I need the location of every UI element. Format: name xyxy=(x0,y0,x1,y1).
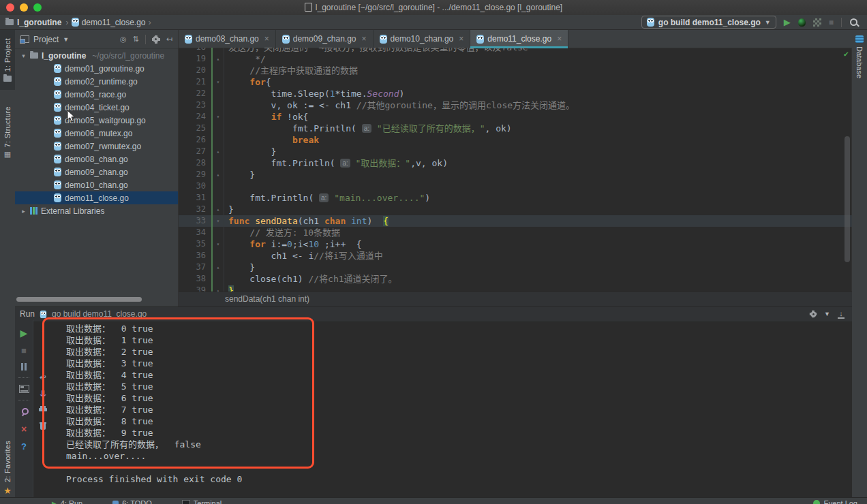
tree-file-demo04_ticket-go[interactable]: demo04_ticket.go xyxy=(15,101,178,114)
statusbar-6-TODO[interactable]: 6: TODO xyxy=(112,499,152,504)
search-everywhere-button[interactable] xyxy=(849,18,859,27)
tree-file-demo06_mutex-go[interactable]: demo06_mutex.go xyxy=(15,127,178,140)
project-panel-header: Project ▼ ◎ ⇅ ↤ xyxy=(15,30,178,49)
console-toolbar: ↑↓↩⇊ xyxy=(33,320,53,497)
help-icon[interactable]: ? xyxy=(21,442,27,451)
traffic-lights xyxy=(6,3,42,12)
editor-breadcrumb[interactable]: sendData(ch1 chan int) xyxy=(179,292,852,306)
code-token: ;i++ { xyxy=(319,239,362,249)
todo-icon xyxy=(112,501,119,504)
statusbar-Terminal[interactable]: Terminal xyxy=(182,499,222,504)
soft-wrap-icon[interactable]: ↩ xyxy=(40,373,46,381)
chevron-collapsed-icon[interactable]: ▸ xyxy=(20,208,27,215)
tree-file-demo09_chan-go[interactable]: demo09_chan.go xyxy=(15,166,178,178)
code-token: } xyxy=(228,170,255,180)
toolwindow-button-favorites[interactable]: 2: Favorites ★ xyxy=(0,433,15,496)
tree-file-demo10_chan-go[interactable]: demo10_chan.go xyxy=(15,178,178,191)
code-text: } xyxy=(224,169,255,180)
toolwindow-button-database[interactable]: Database xyxy=(852,35,867,104)
tree-file-demo02_runtime-go[interactable]: demo02_runtime.go xyxy=(15,75,178,88)
scroll-end-icon[interactable]: ⇊ xyxy=(40,390,46,398)
zoom-window-button[interactable] xyxy=(33,3,42,12)
tree-file-demo11_close-go[interactable]: demo11_close.go xyxy=(15,191,178,204)
up-icon[interactable]: ↑ xyxy=(41,328,45,336)
tree-file-demo01_goroutine-go[interactable]: demo01_goroutine.go xyxy=(15,62,178,75)
project-view-title[interactable]: Project xyxy=(33,35,59,44)
chevron-expanded-icon[interactable]: ▾ xyxy=(20,52,27,59)
code-token xyxy=(346,216,351,226)
gear-icon[interactable] xyxy=(810,311,817,318)
run-configuration-label: go build demo11_close.go xyxy=(658,18,761,27)
fold-marker-icon[interactable]: ▴ xyxy=(213,169,224,180)
code-area[interactable]: 18发送方，关闭通道的 →接收方，接收到的数据是该类型的零值，以及false19… xyxy=(179,48,852,292)
code-line: 36 ch1 <- i//将i写入通道中 xyxy=(179,250,852,262)
editor-scrollbar[interactable] xyxy=(845,136,850,262)
stop-icon[interactable]: ■ xyxy=(21,346,27,355)
chevron-down-icon[interactable]: ▼ xyxy=(63,36,69,43)
tree-file-demo07_rwmutex-go[interactable]: demo07_rwmutex.go xyxy=(15,140,178,153)
tab-demo08_chan-go[interactable]: demo08_chan.go× xyxy=(179,30,276,48)
chevron-down-icon[interactable]: ▼ xyxy=(824,311,830,317)
run-button[interactable]: ▶ xyxy=(784,18,791,27)
breadcrumb-project[interactable]: l_goroutine xyxy=(17,18,61,27)
statusbar-4-Run[interactable]: ▶4: Run xyxy=(52,499,82,504)
clear-icon[interactable] xyxy=(40,422,46,430)
statusbar-Event-Log[interactable]: Event Log xyxy=(813,499,857,504)
rerun-icon[interactable]: ▶ xyxy=(20,328,28,338)
tab-close-icon[interactable]: × xyxy=(557,34,562,44)
stop-button[interactable]: ■ xyxy=(829,18,834,27)
code-token xyxy=(249,216,255,226)
fold-marker-icon xyxy=(213,65,224,76)
tab-close-icon[interactable]: × xyxy=(459,34,463,44)
tree-root-row[interactable]: ▾l_goroutine~/go/src/l_goroutine xyxy=(15,49,178,62)
fold-marker-icon[interactable]: ▴ xyxy=(213,146,224,157)
fold-marker-icon[interactable]: ▴ xyxy=(213,285,224,292)
tree-file-label: demo08_chan.go xyxy=(65,155,128,164)
debug-button[interactable] xyxy=(798,18,806,27)
close-window-button[interactable] xyxy=(6,3,14,12)
horizontal-scrollbar[interactable] xyxy=(16,297,142,302)
inspection-ok-icon[interactable]: ✔ xyxy=(844,48,849,60)
print-icon[interactable] xyxy=(39,406,47,413)
layout-icon[interactable] xyxy=(19,385,29,393)
breadcrumb-file[interactable]: demo11_close.go xyxy=(82,18,146,27)
tab-close-icon[interactable]: × xyxy=(264,34,269,44)
run-console-output[interactable]: 取出数据： 0 true取出数据： 1 true取出数据： 2 true取出数据… xyxy=(66,320,852,497)
locate-file-icon[interactable]: ◎ xyxy=(120,35,127,43)
fold-marker-icon[interactable]: ▾ xyxy=(213,111,224,123)
tree-file-demo08_chan-go[interactable]: demo08_chan.go xyxy=(15,153,178,166)
pause-icon[interactable] xyxy=(21,363,27,371)
gear-icon[interactable] xyxy=(152,35,160,44)
code-token: ;i< xyxy=(292,239,308,249)
fold-marker-icon[interactable]: ▾ xyxy=(213,238,224,250)
minimize-window-button[interactable] xyxy=(20,3,28,12)
tab-demo10_chan-go[interactable]: demo10_chan.go× xyxy=(374,30,471,48)
run-with-coverage-button[interactable] xyxy=(813,18,821,27)
tab-demo09_chan-go[interactable]: demo09_chan.go× xyxy=(276,30,374,48)
toolwindow-button-project[interactable]: 1: Project xyxy=(0,30,15,90)
code-line: 21▾ for{ xyxy=(179,76,852,88)
code-line: 27▴ } xyxy=(179,146,852,157)
fold-marker-icon[interactable]: ▾ xyxy=(213,215,224,227)
tab-close-icon[interactable]: × xyxy=(362,34,367,44)
down-icon[interactable]: ↓ xyxy=(41,345,45,353)
fold-marker-icon[interactable]: ▾ xyxy=(213,76,224,88)
close-icon[interactable]: × xyxy=(21,424,27,434)
code-line: 23 v, ok := <- ch1 //其他goroutine，显示的调用cl… xyxy=(179,99,852,111)
tree-file-demo03_race-go[interactable]: demo03_race.go xyxy=(15,88,178,101)
go-file-icon xyxy=(54,155,61,163)
fold-marker-icon[interactable]: ▴ xyxy=(213,262,224,273)
tree-file-demo05_waitgroup-go[interactable]: demo05_waitgroup.go xyxy=(15,114,178,127)
hide-panel-icon[interactable]: ↤ xyxy=(166,35,172,43)
toolwindow-button-structure[interactable]: 7: Structure ▦ xyxy=(0,101,15,163)
fold-marker-icon[interactable]: ▴ xyxy=(213,53,224,65)
tab-demo11_close-go[interactable]: demo11_close.go× xyxy=(470,30,568,48)
pin-icon[interactable] xyxy=(20,407,28,416)
code-token: fmt.Println( xyxy=(228,158,340,168)
code-line: 37▴ } xyxy=(179,262,852,273)
tree-external-libraries[interactable]: ▸External Libraries xyxy=(15,204,178,217)
collapse-all-icon[interactable]: ⇅ xyxy=(133,35,139,43)
fold-marker-icon[interactable]: ▴ xyxy=(213,204,224,215)
run-configuration-select[interactable]: go build demo11_close.go ▼ xyxy=(641,16,776,29)
hide-panel-icon[interactable]: ↓ xyxy=(837,310,845,319)
